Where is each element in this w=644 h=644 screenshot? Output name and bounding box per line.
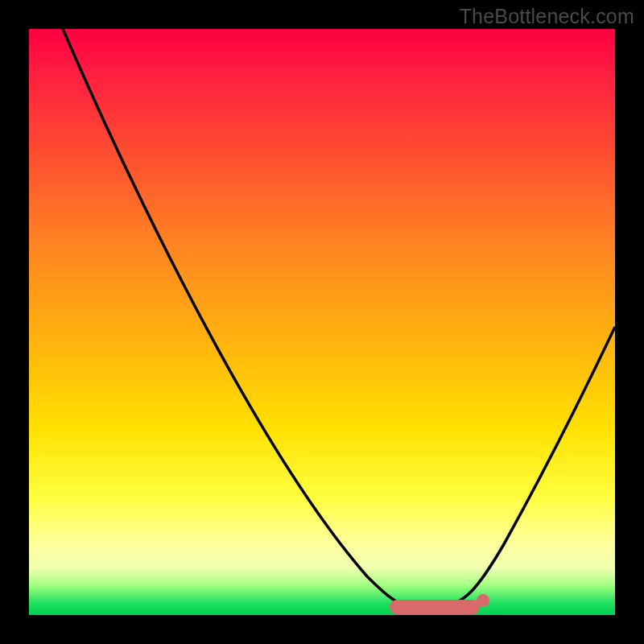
bottleneck-curve bbox=[29, 29, 615, 615]
optimal-range-marker bbox=[390, 600, 480, 614]
curve-path bbox=[63, 29, 615, 608]
optimal-range-end-dot bbox=[477, 594, 489, 607]
chart-area bbox=[29, 29, 615, 615]
watermark-text: TheBottleneck.com bbox=[460, 5, 634, 28]
